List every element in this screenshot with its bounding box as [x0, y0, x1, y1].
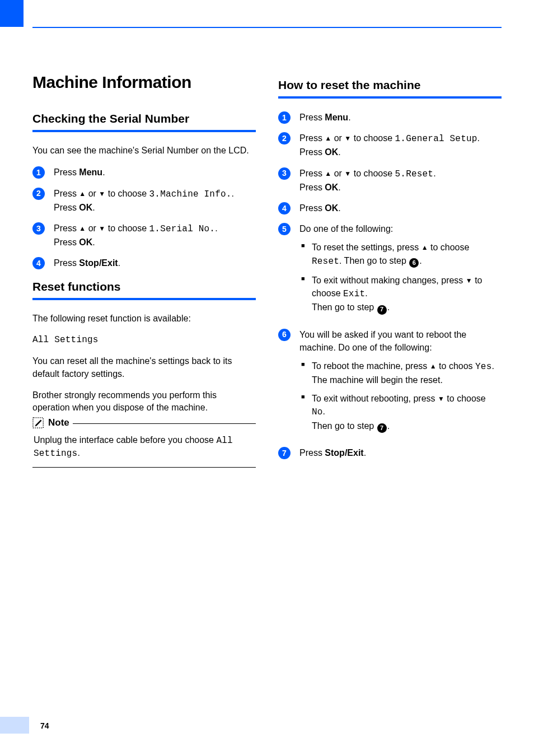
reset-step-4: 4 Press OK.	[278, 202, 502, 214]
reset-intro: The following reset function is availabl…	[32, 312, 256, 325]
step-badge-1: 1	[32, 166, 45, 179]
note-body: Unplug the interface cable before you ch…	[32, 434, 256, 460]
text: .	[387, 302, 390, 312]
step-body: Press ▲ or ▼ to choose 1.General Setup. …	[299, 132, 502, 158]
up-arrow-icon: ▲	[79, 225, 86, 232]
text: to choose	[105, 223, 149, 233]
stop-exit-label: Stop/Exit	[79, 258, 118, 268]
sub-bullets: To reboot the machine, press ▲ to choos …	[299, 360, 502, 433]
text: To exit without making changes, press	[312, 276, 466, 285]
note-title: Note	[48, 417, 69, 428]
right-column: How to reset the machine 1 Press Menu. 2…	[278, 73, 502, 468]
step-body: Do one of the following: To reset the se…	[299, 222, 502, 320]
page-number-tab	[0, 717, 29, 734]
text: Unplug the interface cable before you ch…	[34, 435, 216, 445]
mono-text: Yes	[475, 362, 491, 372]
step-badge-1: 1	[278, 111, 291, 124]
text: .	[364, 448, 366, 458]
text: to choose	[428, 242, 470, 252]
bullet-reset: To reset the settings, press ▲ to choose…	[299, 241, 502, 268]
note-box: Note Unplug the interface cable before y…	[32, 423, 256, 468]
h1-machine-information: Machine Information	[32, 73, 256, 92]
step-body: You will be asked if you want to reboot …	[299, 328, 502, 439]
ok-label: OK	[79, 203, 92, 212]
step-body: Press Menu.	[299, 111, 502, 124]
note-header: Note	[32, 417, 73, 429]
step-badge-4: 4	[32, 257, 45, 269]
text: To reset the settings, press	[312, 242, 421, 252]
text: .	[338, 147, 340, 157]
text: .	[348, 113, 350, 122]
text: .	[338, 203, 340, 213]
text: Press	[299, 183, 325, 192]
text: .	[338, 183, 340, 192]
step-body: Press ▲ or ▼ to choose 1.Serial No.. Pre…	[54, 222, 256, 249]
reset-step-1: 1 Press Menu.	[278, 111, 502, 124]
reset-step-7: 7 Press Stop/Exit.	[278, 446, 502, 459]
serial-step-4: 4 Press Stop/Exit.	[32, 256, 256, 269]
up-arrow-icon: ▲	[421, 244, 428, 251]
text: Then go to step	[312, 302, 377, 312]
bullet-exit: To exit without making changes, press ▼ …	[299, 274, 502, 315]
step-badge-6: 6	[278, 329, 291, 341]
step-badge-2: 2	[32, 188, 45, 200]
step-body: Press OK.	[299, 202, 502, 214]
step-badge-2: 2	[278, 132, 291, 144]
page-content: Machine Information Checking the Serial …	[32, 73, 502, 468]
text: to choose	[444, 394, 486, 403]
down-arrow-icon: ▼	[99, 225, 105, 232]
text: to choose	[351, 169, 395, 178]
mono-text: 1.General Setup	[395, 134, 477, 144]
text: .	[387, 421, 390, 431]
text: .	[365, 288, 367, 298]
text: To reboot the machine, press	[312, 361, 430, 371]
bullet-no-reboot: To exit without rebooting, press ▼ to ch…	[299, 392, 502, 433]
h2-reset-functions: Reset functions	[32, 280, 256, 300]
text: .	[92, 203, 95, 212]
text: .	[77, 448, 79, 458]
text: To exit without rebooting, press	[312, 394, 438, 403]
mono-text: 1.Serial No.	[149, 224, 216, 234]
text: The machine will begin the reset.	[312, 375, 443, 385]
step-body: Press Stop/Exit.	[54, 256, 256, 269]
serial-step-1: 1 Press Menu.	[32, 166, 256, 179]
serial-step-2: 2 Press ▲ or ▼ to choose 3.Machine Info.…	[32, 187, 256, 214]
text: Press	[54, 237, 79, 247]
page-number: 74	[40, 721, 49, 730]
step-badge-3: 3	[278, 167, 291, 180]
text: .	[232, 189, 234, 198]
step-badge-7: 7	[278, 447, 291, 459]
left-column: Machine Information Checking the Serial …	[32, 73, 256, 468]
text: Press	[299, 203, 325, 213]
sub-bullets: To reset the settings, press ▲ to choose…	[299, 241, 502, 314]
text: .	[419, 256, 421, 265]
mono-text: 3.Machine Info.	[149, 189, 232, 199]
text: or	[86, 223, 99, 233]
text: Press	[54, 258, 79, 268]
mono-text: Reset	[312, 256, 339, 267]
step-badge-4: 4	[278, 202, 291, 214]
down-arrow-icon: ▼	[344, 170, 351, 178]
top-rule	[32, 27, 502, 28]
text: to choos	[437, 361, 475, 371]
text: Press	[54, 167, 79, 177]
text: or	[86, 189, 99, 198]
text: .	[215, 223, 217, 233]
step-body: Press Menu.	[54, 166, 256, 179]
step-ref-6-icon: 6	[409, 258, 419, 268]
ok-label: OK	[325, 203, 338, 213]
down-arrow-icon: ▼	[466, 277, 472, 284]
text: or	[331, 169, 344, 178]
h2-checking-serial: Checking the Serial Number	[32, 112, 256, 132]
bullet-reboot: To reboot the machine, press ▲ to choos …	[299, 360, 502, 386]
reset-p1: You can reset all the machine's settings…	[32, 355, 256, 380]
text: .	[433, 169, 435, 178]
serial-step-3: 3 Press ▲ or ▼ to choose 1.Serial No.. P…	[32, 222, 256, 249]
text: . Then go to step	[339, 256, 409, 265]
step-body: Press Stop/Exit.	[299, 446, 502, 459]
up-arrow-icon: ▲	[325, 134, 331, 142]
down-arrow-icon: ▼	[438, 395, 444, 403]
down-arrow-icon: ▼	[344, 134, 351, 142]
reset-step-3: 3 Press ▲ or ▼ to choose 5.Reset. Press …	[278, 167, 502, 194]
up-arrow-icon: ▲	[79, 190, 86, 198]
